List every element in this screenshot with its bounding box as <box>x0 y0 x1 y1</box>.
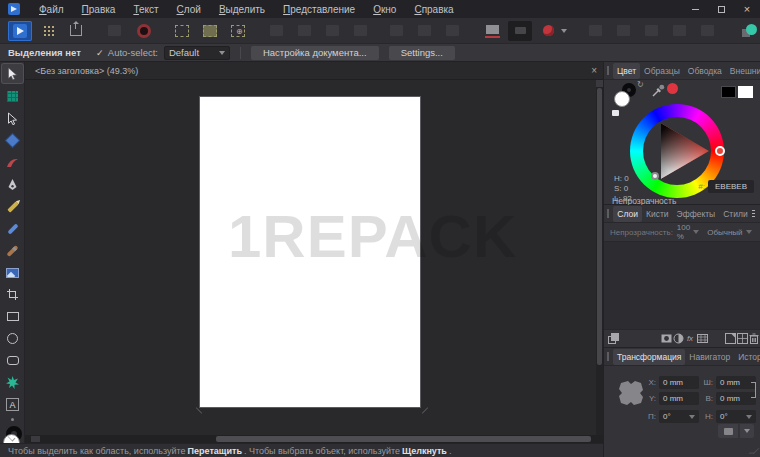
maximize-button[interactable] <box>708 0 734 18</box>
y-input[interactable]: 0 mm <box>659 392 699 405</box>
toggle-left-studio-button[interactable] <box>737 21 760 41</box>
pencil-tool-button[interactable] <box>2 197 23 216</box>
apps-grid-button[interactable] <box>36 21 60 41</box>
menu-select[interactable]: Выделить <box>210 2 274 17</box>
panel-grip-icon[interactable] <box>607 66 609 75</box>
marquee-select-button-3[interactable]: ⊕ <box>226 21 250 41</box>
menu-layer[interactable]: Слой <box>168 2 210 17</box>
menu-text[interactable]: Текст <box>124 2 167 17</box>
menu-window[interactable]: Окно <box>364 2 405 17</box>
panel-grip-icon[interactable] <box>607 352 609 361</box>
adjustment-layer-button[interactable] <box>672 332 684 346</box>
rotation-input[interactable]: 0° <box>659 410 699 423</box>
tab-effects[interactable]: Эффекты <box>673 206 720 222</box>
scroll-left-button[interactable] <box>31 436 40 442</box>
minimize-button[interactable] <box>682 0 708 18</box>
persona-publisher-button[interactable] <box>8 21 32 41</box>
white-swatch[interactable] <box>738 86 753 98</box>
tab-brushes[interactable]: Кисти <box>642 206 673 222</box>
eyedropper-icon[interactable] <box>652 84 665 97</box>
black-swatch[interactable] <box>721 86 736 98</box>
export-button[interactable] <box>64 21 88 41</box>
settings-button[interactable]: Settings... <box>389 46 455 60</box>
preflight-button[interactable] <box>132 21 156 41</box>
panel-grip-icon[interactable] <box>607 209 609 218</box>
node-tool-button[interactable] <box>2 109 23 128</box>
height-input[interactable]: 0 mm <box>716 392 756 405</box>
menu-edit[interactable]: Правка <box>73 2 125 17</box>
tab-styles[interactable]: Стили <box>719 206 752 222</box>
rectangle-tool-button[interactable] <box>2 307 23 326</box>
tab-stroke[interactable]: Обводка <box>684 63 726 79</box>
swap-colors-icon[interactable]: ↻ <box>637 80 644 89</box>
vector-brush-tool-button[interactable] <box>2 219 23 238</box>
snapping-preset-button[interactable] <box>508 21 532 41</box>
transform-origin-button[interactable] <box>718 424 738 438</box>
auto-select-preset-dropdown[interactable]: Default <box>164 46 230 60</box>
move-tool-button[interactable] <box>2 64 23 83</box>
duplicate-layer-button[interactable] <box>607 332 619 346</box>
x-input[interactable]: 0 mm <box>659 376 699 389</box>
hue-knob[interactable] <box>715 146 725 156</box>
canvas[interactable]: 1REPACK <box>25 80 603 435</box>
horizontal-scrollbar[interactable] <box>25 435 603 443</box>
panel-resize-grip[interactable] <box>748 448 759 454</box>
fill-stroke-swatches[interactable] <box>2 402 24 434</box>
anchor-point-selector[interactable] <box>616 378 646 408</box>
paint-brush-tool-button[interactable] <box>2 241 23 260</box>
vector-crop-tool-button[interactable] <box>2 285 23 304</box>
tab-close-icon[interactable]: × <box>591 66 597 76</box>
blend-mode-value[interactable]: Обычный <box>707 228 742 237</box>
tab-navigator[interactable]: Навигатор <box>685 349 734 365</box>
layer-opacity-value[interactable]: 100 % <box>677 223 690 241</box>
tab-color[interactable]: Цвет <box>613 63 640 79</box>
marquee-select-button-1[interactable] <box>170 21 194 41</box>
tab-history[interactable]: История <box>734 349 760 365</box>
marquee-select-button-2[interactable] <box>198 21 222 41</box>
menu-file[interactable]: Файл <box>30 2 73 17</box>
vertical-scrollbar[interactable] <box>596 80 603 435</box>
document-setup-button[interactable]: Настройка документа... <box>251 46 379 60</box>
opacity-dropdown-icon[interactable] <box>693 230 699 234</box>
document-tab[interactable]: <Без заголовка> (49.3%) <box>35 66 138 76</box>
table-tool-button[interactable] <box>2 87 23 106</box>
point-transform-tool-button[interactable] <box>2 131 23 150</box>
mask-layer-button[interactable] <box>660 332 672 346</box>
link-dimensions-icon[interactable] <box>751 382 756 398</box>
new-layer-button[interactable] <box>724 332 736 346</box>
vertical-scroll-thumb[interactable] <box>597 88 602 365</box>
pen-tool-button[interactable] <box>2 175 23 194</box>
picked-color-swatch[interactable] <box>667 83 678 94</box>
rounded-rectangle-tool-button[interactable] <box>2 351 23 370</box>
transform-origin-dropdown[interactable] <box>740 424 754 438</box>
snapping-candidates-button[interactable] <box>536 21 560 41</box>
shapes-tool-button[interactable] <box>2 373 23 392</box>
auto-select-checkbox[interactable]: ✓ <box>95 48 105 58</box>
snapping-dropdown-chevron-icon[interactable] <box>561 29 567 33</box>
mini-swatch-icon[interactable] <box>612 110 619 116</box>
blend-mode-dropdown-icon[interactable] <box>746 230 752 234</box>
close-button[interactable]: × <box>734 0 760 18</box>
tab-layers[interactable]: Слои <box>613 206 642 222</box>
saturation-knob[interactable] <box>651 172 659 180</box>
fill-color-icon[interactable] <box>614 91 630 107</box>
panel-menu-icon[interactable] <box>752 213 755 214</box>
menu-help[interactable]: Справка <box>405 2 462 17</box>
horizontal-scroll-thumb[interactable] <box>216 436 592 442</box>
new-group-button[interactable] <box>736 332 748 346</box>
hex-input[interactable]: EBEBEB <box>708 180 754 193</box>
fx-layer-effects-button[interactable]: fx <box>684 332 696 346</box>
pattern-layer-button[interactable] <box>696 332 708 346</box>
picture-frame-tool-button[interactable] <box>2 263 23 282</box>
scroll-up-button[interactable] <box>596 80 603 87</box>
contour-tool-button[interactable] <box>2 153 23 172</box>
delete-layer-button[interactable] <box>748 332 760 346</box>
menu-view[interactable]: Представление <box>274 2 364 17</box>
tools-expand-chevron-icon[interactable] <box>8 433 16 441</box>
tab-appearance[interactable]: Внешний вид <box>726 63 760 79</box>
layers-list[interactable] <box>604 241 760 330</box>
width-input[interactable]: 0 mm <box>716 376 756 389</box>
tab-transform[interactable]: Трансформация <box>613 349 685 365</box>
tab-swatches[interactable]: Образцы <box>640 63 684 79</box>
snapping-button[interactable] <box>480 21 504 41</box>
